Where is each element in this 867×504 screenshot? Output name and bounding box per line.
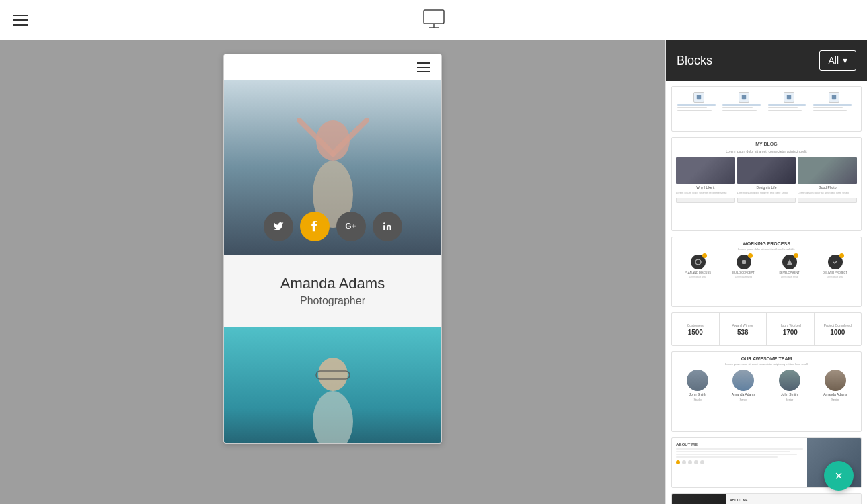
mobile-content[interactable]: G+ Amanda Adams Photographer xyxy=(224,54,441,443)
facebook-button[interactable] xyxy=(300,212,330,241)
team-member-4: Amanda Adams Senior xyxy=(814,370,857,401)
customers-label: Customers xyxy=(687,323,704,327)
main-area: G+ Amanda Adams Photographer xyxy=(0,40,867,504)
header xyxy=(0,0,867,40)
svg-point-10 xyxy=(313,391,353,443)
working-process-title: WORKING PROCESS xyxy=(676,241,857,246)
award-label: Award Winner xyxy=(732,323,753,327)
filter-label: All xyxy=(828,55,839,66)
projects-label: Project Completed xyxy=(824,323,852,327)
block-working-process[interactable]: WORKING PROCESS Lorem ipsum dolor sit am… xyxy=(671,237,862,307)
block-our-team[interactable]: OUR AWESOME TEAM Lorem ipsum dolor sit a… xyxy=(671,351,862,432)
svg-point-7 xyxy=(383,222,385,224)
mobile-nav xyxy=(224,54,441,80)
hours-label: Hours Worked xyxy=(780,323,801,327)
twitter-button[interactable] xyxy=(264,212,293,241)
working-process-subtitle: Lorem ipsum dolor sit amet text here for… xyxy=(676,247,857,251)
team-title: OUR AWESOME TEAM xyxy=(676,356,857,361)
block-stats[interactable]: Customers 1500 Award Winner 536 Hours Wo… xyxy=(671,312,862,346)
blocks-panel: Blocks All ▾ xyxy=(665,40,867,504)
social-icons-bar: G+ xyxy=(264,212,402,241)
blog-block-subtitle: Lorem ipsum dolor sit amet, consectetur … xyxy=(676,149,857,153)
linkedin-button[interactable] xyxy=(373,212,402,241)
mobile-preview-frame: G+ Amanda Adams Photographer xyxy=(223,54,442,444)
customers-value: 1500 xyxy=(688,329,703,336)
hours-value: 1700 xyxy=(783,329,798,336)
block-about-me-dark[interactable]: ABOUT ME JIM RANDOM WEB DESIGNS xyxy=(671,493,862,504)
second-person-section xyxy=(224,327,441,443)
svg-rect-14 xyxy=(832,95,836,99)
chevron-down-icon: ▾ xyxy=(843,55,847,66)
svg-rect-12 xyxy=(742,95,746,99)
monitor-preview-icon[interactable] xyxy=(420,5,447,35)
profile-title: Photographer xyxy=(237,295,428,307)
google-button[interactable]: G+ xyxy=(336,212,366,241)
blocks-list[interactable]: MY BLOG Lorem ipsum dolor sit amet, cons… xyxy=(666,81,867,504)
svg-rect-16 xyxy=(742,260,746,264)
svg-marker-17 xyxy=(787,259,792,265)
svg-rect-0 xyxy=(424,10,444,24)
block-process-steps[interactable] xyxy=(671,86,862,132)
second-person-image xyxy=(224,327,441,443)
blog-block-title: MY BLOG xyxy=(676,142,857,146)
svg-rect-13 xyxy=(787,95,791,99)
blocks-header: Blocks All ▾ xyxy=(666,40,867,81)
team-member-1: John Smith Studio xyxy=(676,370,719,401)
svg-rect-11 xyxy=(696,95,700,99)
filter-dropdown[interactable]: All ▾ xyxy=(819,50,856,71)
profile-section: Amanda Adams Photographer xyxy=(224,255,441,327)
svg-point-8 xyxy=(318,358,348,391)
mobile-hamburger-icon[interactable] xyxy=(417,62,430,72)
blocks-title: Blocks xyxy=(677,54,712,68)
team-member-3: John Smith Senior xyxy=(768,370,811,401)
block-my-blog[interactable]: MY BLOG Lorem ipsum dolor sit amet, cons… xyxy=(671,137,862,231)
fab-close-button[interactable]: × xyxy=(824,461,854,491)
close-icon: × xyxy=(835,468,843,484)
hamburger-icon[interactable] xyxy=(13,15,28,26)
canvas-area: G+ Amanda Adams Photographer xyxy=(0,40,665,504)
projects-value: 1000 xyxy=(830,329,845,336)
team-member-2: Amanda Adams Senior xyxy=(722,370,765,401)
award-value: 536 xyxy=(737,329,749,336)
team-subtitle: Lorem ipsum dolor sit amet consectetur a… xyxy=(676,362,857,366)
svg-point-15 xyxy=(695,259,701,265)
profile-name: Amanda Adams xyxy=(237,275,428,292)
hero-section: G+ xyxy=(224,80,441,255)
